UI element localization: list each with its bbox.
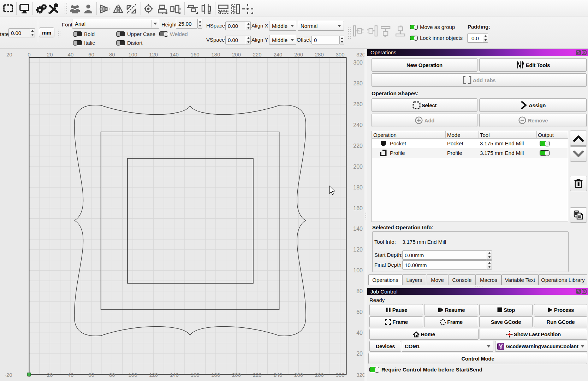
- svg-text:80: 80: [109, 52, 115, 58]
- svg-text:40: 40: [68, 372, 74, 378]
- svg-text:180: 180: [211, 52, 220, 58]
- svg-text:100: 100: [353, 267, 363, 273]
- svg-text:260: 260: [353, 101, 363, 107]
- svg-text:100: 100: [128, 372, 137, 378]
- svg-text:180: 180: [211, 372, 220, 378]
- svg-text:60: 60: [356, 309, 363, 315]
- svg-text:220: 220: [253, 52, 262, 58]
- svg-text:140: 140: [353, 226, 363, 232]
- svg-text:140: 140: [170, 372, 179, 378]
- svg-text:20: 20: [356, 351, 363, 357]
- svg-text:260: 260: [294, 372, 303, 378]
- svg-text:60: 60: [88, 372, 94, 378]
- svg-text:280: 280: [315, 52, 324, 58]
- svg-text:80: 80: [356, 288, 363, 294]
- svg-text:80: 80: [109, 372, 115, 378]
- svg-text:20: 20: [47, 372, 53, 378]
- svg-text:220: 220: [253, 372, 262, 378]
- svg-text:0: 0: [28, 52, 30, 58]
- svg-text:300: 300: [335, 52, 344, 58]
- svg-text:160: 160: [191, 372, 200, 378]
- svg-text:220: 220: [353, 143, 363, 149]
- svg-text:40: 40: [68, 52, 74, 58]
- svg-text:100: 100: [128, 52, 137, 58]
- svg-text:300: 300: [353, 60, 363, 66]
- svg-text:280: 280: [315, 372, 324, 378]
- svg-text:320: 320: [356, 372, 364, 378]
- svg-text:280: 280: [353, 80, 363, 86]
- svg-text:320: 320: [356, 52, 364, 58]
- svg-text:120: 120: [353, 247, 363, 253]
- svg-text:-20: -20: [5, 372, 12, 378]
- svg-text:240: 240: [273, 52, 282, 58]
- svg-text:40: 40: [356, 330, 363, 336]
- svg-text:240: 240: [273, 372, 282, 378]
- svg-text:140: 140: [170, 52, 179, 58]
- svg-text:200: 200: [353, 164, 363, 170]
- svg-text:300: 300: [335, 372, 344, 378]
- svg-text:200: 200: [232, 52, 241, 58]
- svg-text:-20: -20: [5, 52, 12, 58]
- svg-text:260: 260: [294, 52, 303, 58]
- svg-text:20: 20: [47, 52, 53, 58]
- svg-text:120: 120: [149, 372, 158, 378]
- svg-text:180: 180: [353, 185, 363, 190]
- svg-text:200: 200: [232, 372, 241, 378]
- svg-text:160: 160: [191, 52, 200, 58]
- svg-text:60: 60: [88, 52, 94, 58]
- svg-text:120: 120: [149, 52, 158, 58]
- svg-text:240: 240: [353, 122, 363, 128]
- svg-text:160: 160: [353, 205, 363, 211]
